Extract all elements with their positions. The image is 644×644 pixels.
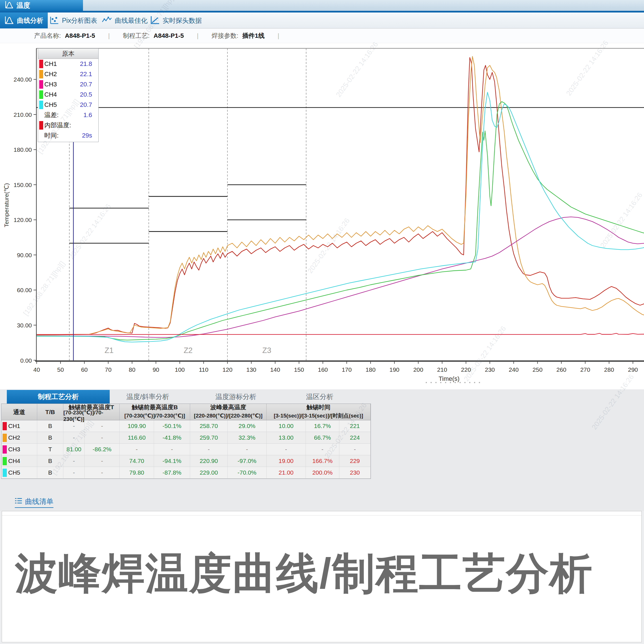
svg-text:110: 110 — [199, 366, 208, 373]
channel-swatch — [3, 422, 7, 430]
value-cell: - — [339, 444, 371, 455]
product-field: 制程工艺:A848-P1-5 — [123, 32, 184, 40]
svg-text:Temperature(℃): Temperature(℃) — [3, 183, 10, 227]
legend-row: 温差:1.6 — [38, 110, 98, 120]
value-cell: 16.7% — [306, 420, 339, 432]
table-row[interactable]: CH5B--79.80-87.8%229.00-70.0%21.00200.0%… — [1, 467, 371, 479]
header-group-title: 波峰最高温度 — [190, 404, 266, 411]
curve-icon — [5, 1, 14, 10]
svg-text:170: 170 — [342, 366, 352, 373]
tab-温度/斜率分析[interactable]: 温度/斜率分析 — [111, 390, 185, 404]
product-field: 产品名称:A848-P1-5 — [34, 32, 95, 40]
value-cell: - — [85, 432, 120, 443]
header-group-range: [70-230(℃)]/70-230(℃)] — [63, 411, 119, 420]
series-CH5 — [37, 92, 644, 342]
value-cell: 21.00 — [267, 467, 306, 478]
legend-name: CH1 — [44, 60, 57, 68]
bottom-panel: 波峰焊温度曲线/制程工艺分析 — [2, 511, 642, 642]
legend-swatch — [39, 60, 43, 68]
svg-text:40: 40 — [33, 366, 40, 373]
application-window: 温度 曲线分析Pix分析图表曲线最佳化实时探头数据 产品名称:A848-P1-5… — [0, 0, 644, 644]
legend-row: CH520.7 — [38, 100, 98, 110]
value-cell: -86.2% — [85, 444, 120, 455]
svg-text:60: 60 — [81, 366, 88, 373]
header-group: 触锡时间[3-15(sec)]/[3-15(sec)]/[时刻点(sec)] — [267, 404, 371, 420]
value-cell: -41.8% — [154, 432, 190, 443]
toolbar-item-label: 曲线最佳化 — [115, 16, 148, 25]
product-field-label: 产品名称: — [34, 32, 61, 40]
splitter-dot — [455, 382, 456, 383]
svg-text:160: 160 — [318, 366, 328, 373]
field-separator: | — [108, 32, 110, 40]
legend-name: CH5 — [44, 101, 57, 109]
value-cell: - — [190, 444, 228, 455]
value-cell: - — [63, 455, 85, 467]
tab-制程工艺分析[interactable]: 制程工艺分析 — [7, 390, 110, 404]
svg-text:280: 280 — [604, 366, 614, 373]
header-cell: T/B — [37, 404, 63, 420]
svg-text:70: 70 — [105, 366, 111, 373]
splitter-dot — [450, 382, 451, 383]
table-row[interactable]: CH4B--74.70-94.1%220.90-97.0%19.00166.7%… — [1, 455, 371, 467]
window-titlebar: 温度 — [0, 0, 644, 11]
product-field-value: 插件1线 — [242, 32, 265, 40]
value-cell: -97.0% — [228, 455, 267, 467]
legend-row: 内部温度: — [38, 120, 98, 130]
value-cell: - — [63, 432, 85, 443]
value-cell: - — [120, 444, 154, 455]
product-field-label: 制程工艺: — [123, 32, 149, 40]
app-tab-temperature[interactable]: 温度 — [0, 0, 83, 11]
svg-text:250: 250 — [533, 366, 543, 373]
value-cell: -87.8% — [154, 467, 190, 478]
header-group: 波峰最高温度[220-280(℃)]/[220-280(℃)] — [190, 404, 267, 420]
table-row[interactable]: CH1B--109.90-50.1%258.7029.0%10.0016.7%2… — [1, 420, 371, 432]
toolbar-item-realtime-probe[interactable]: 实时探头数据 — [146, 13, 206, 28]
product-field-value: A848-P1-5 — [65, 32, 95, 40]
splitter-dot — [460, 382, 461, 383]
svg-text:80: 80 — [129, 366, 135, 373]
legend-swatch — [39, 80, 43, 89]
splitter-handle[interactable] — [426, 382, 485, 384]
value-cell: 13.00 — [267, 432, 306, 443]
tb-cell: B — [37, 432, 63, 443]
curve-list-link[interactable]: 曲线清单 — [15, 497, 53, 508]
toolbar-item-curve-analysis[interactable]: 曲线分析 — [0, 13, 48, 28]
tb-cell: B — [37, 420, 63, 432]
svg-text:180.00: 180.00 — [14, 146, 32, 153]
value-cell: -50.1% — [154, 420, 190, 432]
value-cell: 200.0% — [306, 467, 339, 478]
legend-name: 内部温度: — [44, 121, 71, 130]
svg-text:90: 90 — [153, 366, 159, 373]
value-cell: 221 — [339, 420, 371, 432]
toolbar-item-pix-chart[interactable]: Pix分析图表 — [45, 13, 102, 28]
toolbar-item-curve-optimize[interactable]: 曲线最佳化 — [97, 13, 152, 28]
legend-row: CH121.8 — [38, 59, 98, 69]
toolbar: 曲线分析Pix分析图表曲线最佳化实时探头数据 — [0, 13, 644, 28]
splitter-dot — [435, 382, 437, 383]
temperature-chart[interactable]: 原本 CH121.8CH222.1CH320.7CH420.5CH520.7温差… — [0, 43, 644, 389]
svg-text:100: 100 — [175, 366, 185, 373]
svg-text:Time(s): Time(s) — [439, 375, 460, 382]
tab-温区分析[interactable]: 温区分析 — [287, 390, 352, 404]
legend-row: CH222.1 — [38, 69, 98, 79]
svg-text:270: 270 — [580, 366, 590, 373]
app-tab-label: 温度 — [16, 1, 30, 10]
value-cell: 230 — [339, 467, 371, 478]
legend-name: CH3 — [44, 81, 57, 88]
value-cell: 259.70 — [190, 432, 228, 443]
value-cell: 229.00 — [190, 467, 228, 478]
tab-温度游标分析[interactable]: 温度游标分析 — [199, 390, 273, 404]
svg-text:140: 140 — [270, 366, 280, 373]
table-row[interactable]: CH2B--116.60-41.8%259.7032.3%13.0066.7%2… — [1, 432, 371, 444]
splitter-dot — [440, 382, 441, 383]
legend-value: 20.5 — [80, 91, 92, 98]
product-field-label: 焊接参数: — [211, 32, 238, 40]
value-cell: - — [267, 444, 306, 455]
channel-cell: CH1 — [1, 420, 37, 432]
value-cell: 29.0% — [228, 420, 267, 432]
header-group-range: [70-230(℃)]/70-230(℃)] — [120, 411, 190, 420]
table-row[interactable]: CH3T81.00-86.2%------- — [1, 444, 371, 455]
legend-swatch — [39, 70, 43, 78]
svg-text:120: 120 — [223, 366, 232, 373]
value-cell: 258.70 — [190, 420, 228, 432]
